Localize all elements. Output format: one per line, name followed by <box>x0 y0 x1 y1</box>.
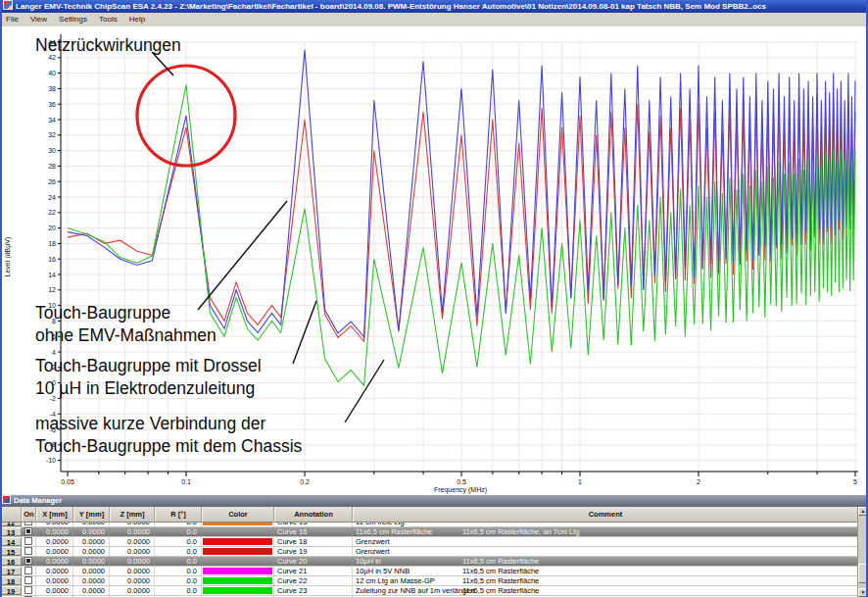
on-cell <box>22 557 36 566</box>
r-value: 0.0 <box>155 537 202 546</box>
on-cell <box>22 527 36 536</box>
table-header-row: OnX [mm]Y [mm]Z [mm]R [°]ColorAnnotation… <box>0 507 858 522</box>
table-body: 120.00000.00000.00000.0Curve 1512 cm fre… <box>0 522 858 597</box>
z-value: 0.0000 <box>110 522 155 526</box>
table-row[interactable]: 130.00000.00000.00000.0Curve 1611x6,5 cm… <box>0 527 858 537</box>
table-row[interactable]: 160.00000.00000.00000.0Curve 2010µH in11… <box>0 557 858 567</box>
row-number[interactable]: 14 <box>0 537 22 546</box>
comment-text: Grenzwert <box>356 547 390 556</box>
y-value: 0.0000 <box>73 586 110 595</box>
table-corner[interactable] <box>0 507 22 522</box>
on-cell <box>22 567 36 575</box>
comment-text: 10µH in <box>356 557 381 566</box>
svg-text:12: 12 <box>48 286 56 293</box>
row-checkbox[interactable] <box>24 586 32 594</box>
column-header-annotation[interactable]: Annotation <box>274 507 353 522</box>
r-value: 0.0 <box>155 576 202 585</box>
table-row[interactable]: 150.00000.00000.00000.0Curve 19Grenzwert <box>0 547 858 557</box>
r-value: 0.0 <box>155 527 202 536</box>
row-checkbox[interactable] <box>24 557 32 565</box>
z-value: 0.0000 <box>110 567 155 575</box>
color-swatch <box>203 522 272 525</box>
window-titlebar[interactable]: Langer EMV-Technik ChipScan ESA 2.4.23 -… <box>0 0 868 13</box>
x-value: 0.0000 <box>36 557 73 566</box>
table-row[interactable]: 140.00000.00000.00000.0Curve 18Grenzwert <box>0 537 858 547</box>
color-swatch <box>203 577 272 584</box>
color-cell <box>202 586 274 595</box>
row-number[interactable]: 15 <box>0 547 22 556</box>
annotation-netz: Netzrückwirkungen <box>35 34 181 57</box>
z-value: 0.0000 <box>110 547 155 556</box>
row-number[interactable]: 12 <box>0 522 22 526</box>
annotation-cell: Curve 16 <box>274 527 353 536</box>
comment-cell: 12 cm Ltg an Masse-GP11x6,5 cm Rasterflä… <box>353 576 858 585</box>
comment-cell: 10µH in 5V NNB11x6,5 cm Rasterfläche <box>353 567 858 575</box>
comment-cell: Grenzwert <box>353 547 858 556</box>
annotation-massiv: massive kurze Verbindung der Touch-Baugr… <box>35 413 302 458</box>
svg-text:24: 24 <box>48 194 56 201</box>
svg-text:0.5: 0.5 <box>457 478 466 485</box>
column-header-on[interactable]: On <box>22 507 36 522</box>
svg-text:5: 5 <box>853 478 857 485</box>
column-header-color[interactable]: Color <box>202 507 274 522</box>
color-swatch <box>203 587 272 594</box>
row-number[interactable]: 17 <box>0 567 22 575</box>
window-border-left <box>0 0 2 597</box>
svg-text:0.1: 0.1 <box>181 478 191 485</box>
column-header-ymm[interactable]: Y [mm] <box>73 507 110 522</box>
column-header-comment[interactable]: Comment <box>353 507 858 522</box>
x-axis-label: Frequency (MHz) <box>434 486 487 494</box>
row-checkbox[interactable] <box>24 527 32 535</box>
row-number[interactable]: 13 <box>0 527 22 536</box>
row-number[interactable]: 16 <box>0 557 22 566</box>
pointer-line-1 <box>198 201 287 310</box>
menu-item-file[interactable]: File <box>0 13 24 26</box>
color-cell <box>202 567 274 575</box>
row-number[interactable]: 18 <box>0 576 22 585</box>
table-row[interactable]: 170.00000.00000.00000.0Curve 2110µH in 5… <box>0 567 858 576</box>
menu-item-view[interactable]: View <box>24 13 53 26</box>
x-value: 0.0000 <box>36 547 73 556</box>
z-value: 0.0000 <box>110 537 155 546</box>
app-window: Langer EMV-Technik ChipScan ESA 2.4.23 -… <box>0 0 868 597</box>
row-checkbox[interactable] <box>24 567 32 574</box>
r-value: 0.0 <box>155 522 202 526</box>
column-header-r[interactable]: R [°] <box>155 507 202 522</box>
color-cell <box>202 537 274 546</box>
svg-text:20: 20 <box>48 224 56 231</box>
row-checkbox[interactable] <box>24 547 32 555</box>
table-row[interactable]: 180.00000.00000.00000.0Curve 2212 cm Ltg… <box>0 576 858 586</box>
z-value: 0.0000 <box>110 576 155 585</box>
menu-bar: FileViewSettingsToolsHelp <box>0 13 868 27</box>
annotation-cell: Curve 23 <box>274 586 353 595</box>
x-value: 0.0000 <box>36 567 73 575</box>
comment-text-2: 11x6,5 cm Rasterfläche <box>462 567 539 575</box>
comment-text-2: 11x6,5 cm Rasterfläche <box>462 557 539 566</box>
data-manager-icon <box>2 495 11 504</box>
column-header-zmm[interactable]: Z [mm] <box>110 507 155 522</box>
row-number[interactable]: 19 <box>0 586 22 595</box>
annotation-cell: Curve 20 <box>274 557 353 566</box>
row-checkbox[interactable] <box>24 537 32 545</box>
annotation-ohne: Touch-Baugruppe ohne EMV-Maßnahmen <box>35 302 217 347</box>
on-cell <box>22 537 36 546</box>
data-manager-titlebar[interactable]: Data Manager <box>0 495 868 507</box>
menu-item-tools[interactable]: Tools <box>93 13 123 26</box>
svg-text:36: 36 <box>48 101 56 108</box>
comment-text-2: 11x6,5 cm Rasterfläche <box>462 576 539 585</box>
comment-text: 11x6,5 cm Rasterfläche <box>356 527 432 536</box>
svg-text:40: 40 <box>48 70 56 76</box>
svg-text:0.2: 0.2 <box>300 478 310 485</box>
column-header-xmm[interactable]: X [mm] <box>36 507 73 522</box>
menu-item-help[interactable]: Help <box>123 13 151 26</box>
svg-text:28: 28 <box>48 163 56 170</box>
x-value: 0.0000 <box>36 576 73 585</box>
menu-item-settings[interactable]: Settings <box>53 13 93 26</box>
row-checkbox[interactable] <box>24 576 32 584</box>
row-checkbox[interactable] <box>24 522 32 525</box>
r-value: 0.0 <box>155 557 202 566</box>
table-row[interactable]: 190.00000.00000.00000.0Curve 23Zuleitung… <box>0 586 858 596</box>
svg-text:18: 18 <box>48 240 56 247</box>
z-value: 0.0000 <box>110 586 155 595</box>
y-value: 0.0000 <box>73 576 110 585</box>
